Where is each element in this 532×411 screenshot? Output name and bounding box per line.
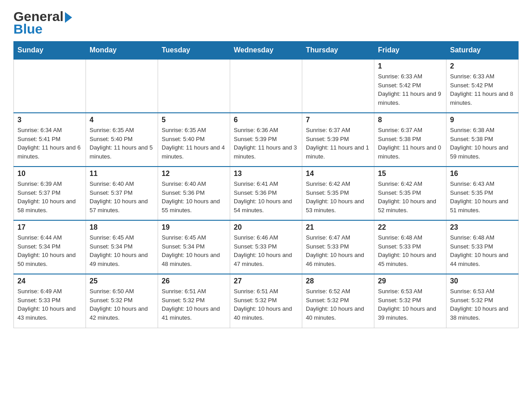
weekday-header-saturday: Saturday [446, 42, 519, 60]
day-number: 24 [17, 277, 82, 285]
day-info: Sunrise: 6:48 AM Sunset: 5:33 PM Dayligh… [450, 233, 515, 268]
day-number: 20 [234, 223, 298, 231]
weekday-header-tuesday: Tuesday [158, 42, 230, 60]
day-number: 14 [306, 170, 370, 178]
weekday-header-sunday: Sunday [14, 42, 86, 60]
calendar-cell: 8Sunrise: 6:37 AM Sunset: 5:38 PM Daylig… [374, 113, 446, 167]
calendar-cell: 4Sunrise: 6:35 AM Sunset: 5:40 PM Daylig… [86, 113, 158, 167]
day-number: 15 [378, 170, 442, 178]
calendar-cell: 12Sunrise: 6:40 AM Sunset: 5:36 PM Dayli… [158, 167, 230, 220]
calendar-cell: 2Sunrise: 6:33 AM Sunset: 5:42 PM Daylig… [446, 59, 519, 113]
calendar-cell: 6Sunrise: 6:36 AM Sunset: 5:39 PM Daylig… [230, 113, 302, 167]
calendar-cell: 30Sunrise: 6:53 AM Sunset: 5:32 PM Dayli… [446, 274, 519, 328]
day-number: 18 [90, 223, 154, 231]
day-info: Sunrise: 6:40 AM Sunset: 5:36 PM Dayligh… [162, 180, 226, 214]
day-number: 30 [450, 277, 515, 285]
calendar-cell [86, 59, 158, 113]
day-number: 25 [90, 277, 154, 285]
day-info: Sunrise: 6:35 AM Sunset: 5:40 PM Dayligh… [90, 126, 154, 161]
calendar-cell: 29Sunrise: 6:53 AM Sunset: 5:32 PM Dayli… [374, 274, 446, 328]
day-info: Sunrise: 6:48 AM Sunset: 5:33 PM Dayligh… [378, 233, 442, 268]
weekday-header-wednesday: Wednesday [230, 42, 302, 60]
day-info: Sunrise: 6:35 AM Sunset: 5:40 PM Dayligh… [162, 126, 226, 161]
calendar-cell: 5Sunrise: 6:35 AM Sunset: 5:40 PM Daylig… [158, 113, 230, 167]
calendar-cell: 7Sunrise: 6:37 AM Sunset: 5:39 PM Daylig… [302, 113, 374, 167]
day-number: 6 [234, 116, 298, 124]
day-number: 1 [378, 62, 442, 70]
day-info: Sunrise: 6:41 AM Sunset: 5:36 PM Dayligh… [234, 180, 298, 214]
calendar-cell: 16Sunrise: 6:43 AM Sunset: 5:35 PM Dayli… [446, 167, 519, 220]
day-number: 11 [90, 170, 154, 178]
calendar-week-row: 17Sunrise: 6:44 AM Sunset: 5:34 PM Dayli… [14, 220, 519, 274]
logo-blue-text: Blue [13, 21, 43, 37]
calendar-cell: 15Sunrise: 6:42 AM Sunset: 5:35 PM Dayli… [374, 167, 446, 220]
day-number: 28 [306, 277, 370, 285]
calendar-cell: 20Sunrise: 6:46 AM Sunset: 5:33 PM Dayli… [230, 220, 302, 274]
day-info: Sunrise: 6:50 AM Sunset: 5:32 PM Dayligh… [90, 287, 154, 322]
calendar-cell [158, 59, 230, 113]
day-number: 21 [306, 223, 370, 231]
calendar-week-row: 10Sunrise: 6:39 AM Sunset: 5:37 PM Dayli… [14, 167, 519, 220]
day-info: Sunrise: 6:33 AM Sunset: 5:42 PM Dayligh… [378, 72, 442, 107]
calendar-week-row: 3Sunrise: 6:34 AM Sunset: 5:41 PM Daylig… [14, 113, 519, 167]
weekday-header-monday: Monday [86, 42, 158, 60]
calendar-cell: 9Sunrise: 6:38 AM Sunset: 5:38 PM Daylig… [446, 113, 519, 167]
logo-area: General Blue [13, 9, 72, 37]
day-number: 10 [17, 170, 82, 178]
day-number: 23 [450, 223, 515, 231]
calendar-header-row: SundayMondayTuesdayWednesdayThursdayFrid… [14, 42, 519, 60]
day-number: 16 [450, 170, 515, 178]
calendar-cell: 11Sunrise: 6:40 AM Sunset: 5:37 PM Dayli… [86, 167, 158, 220]
calendar-cell: 28Sunrise: 6:52 AM Sunset: 5:32 PM Dayli… [302, 274, 374, 328]
calendar-cell: 23Sunrise: 6:48 AM Sunset: 5:33 PM Dayli… [446, 220, 519, 274]
day-info: Sunrise: 6:36 AM Sunset: 5:39 PM Dayligh… [234, 126, 298, 161]
calendar-cell: 27Sunrise: 6:51 AM Sunset: 5:32 PM Dayli… [230, 274, 302, 328]
calendar-cell: 24Sunrise: 6:49 AM Sunset: 5:33 PM Dayli… [14, 274, 86, 328]
day-info: Sunrise: 6:49 AM Sunset: 5:33 PM Dayligh… [17, 287, 82, 322]
day-number: 8 [378, 116, 442, 124]
day-info: Sunrise: 6:51 AM Sunset: 5:32 PM Dayligh… [234, 287, 298, 322]
calendar-cell: 22Sunrise: 6:48 AM Sunset: 5:33 PM Dayli… [374, 220, 446, 274]
day-info: Sunrise: 6:38 AM Sunset: 5:38 PM Dayligh… [450, 126, 515, 161]
calendar-table: SundayMondayTuesdayWednesdayThursdayFrid… [13, 41, 519, 328]
page-header: General Blue [13, 9, 519, 37]
day-info: Sunrise: 6:53 AM Sunset: 5:32 PM Dayligh… [450, 287, 515, 322]
calendar-cell: 25Sunrise: 6:50 AM Sunset: 5:32 PM Dayli… [86, 274, 158, 328]
day-info: Sunrise: 6:37 AM Sunset: 5:38 PM Dayligh… [378, 126, 442, 161]
day-number: 13 [234, 170, 298, 178]
day-info: Sunrise: 6:37 AM Sunset: 5:39 PM Dayligh… [306, 126, 370, 161]
day-info: Sunrise: 6:46 AM Sunset: 5:33 PM Dayligh… [234, 233, 298, 268]
day-number: 17 [17, 223, 82, 231]
logo-arrow-icon [65, 12, 72, 23]
calendar-cell: 18Sunrise: 6:45 AM Sunset: 5:34 PM Dayli… [86, 220, 158, 274]
day-info: Sunrise: 6:42 AM Sunset: 5:35 PM Dayligh… [306, 180, 370, 214]
day-info: Sunrise: 6:53 AM Sunset: 5:32 PM Dayligh… [378, 287, 442, 322]
day-info: Sunrise: 6:33 AM Sunset: 5:42 PM Dayligh… [450, 72, 515, 107]
day-number: 29 [378, 277, 442, 285]
calendar-cell: 21Sunrise: 6:47 AM Sunset: 5:33 PM Dayli… [302, 220, 374, 274]
day-number: 3 [17, 116, 82, 124]
day-number: 19 [162, 223, 226, 231]
calendar-cell: 1Sunrise: 6:33 AM Sunset: 5:42 PM Daylig… [374, 59, 446, 113]
day-info: Sunrise: 6:42 AM Sunset: 5:35 PM Dayligh… [378, 180, 442, 214]
calendar-week-row: 1Sunrise: 6:33 AM Sunset: 5:42 PM Daylig… [14, 59, 519, 113]
calendar-cell: 19Sunrise: 6:45 AM Sunset: 5:34 PM Dayli… [158, 220, 230, 274]
calendar-cell: 3Sunrise: 6:34 AM Sunset: 5:41 PM Daylig… [14, 113, 86, 167]
day-info: Sunrise: 6:44 AM Sunset: 5:34 PM Dayligh… [17, 233, 82, 268]
calendar-cell: 14Sunrise: 6:42 AM Sunset: 5:35 PM Dayli… [302, 167, 374, 220]
day-info: Sunrise: 6:34 AM Sunset: 5:41 PM Dayligh… [17, 126, 82, 161]
calendar-cell: 10Sunrise: 6:39 AM Sunset: 5:37 PM Dayli… [14, 167, 86, 220]
day-number: 12 [162, 170, 226, 178]
day-number: 2 [450, 62, 515, 70]
day-info: Sunrise: 6:40 AM Sunset: 5:37 PM Dayligh… [90, 180, 154, 214]
day-number: 26 [162, 277, 226, 285]
day-info: Sunrise: 6:43 AM Sunset: 5:35 PM Dayligh… [450, 180, 515, 214]
calendar-cell: 26Sunrise: 6:51 AM Sunset: 5:32 PM Dayli… [158, 274, 230, 328]
day-info: Sunrise: 6:47 AM Sunset: 5:33 PM Dayligh… [306, 233, 370, 268]
weekday-header-thursday: Thursday [302, 42, 374, 60]
calendar-week-row: 24Sunrise: 6:49 AM Sunset: 5:33 PM Dayli… [14, 274, 519, 328]
day-number: 9 [450, 116, 515, 124]
day-number: 27 [234, 277, 298, 285]
calendar-cell [230, 59, 302, 113]
day-info: Sunrise: 6:45 AM Sunset: 5:34 PM Dayligh… [90, 233, 154, 268]
